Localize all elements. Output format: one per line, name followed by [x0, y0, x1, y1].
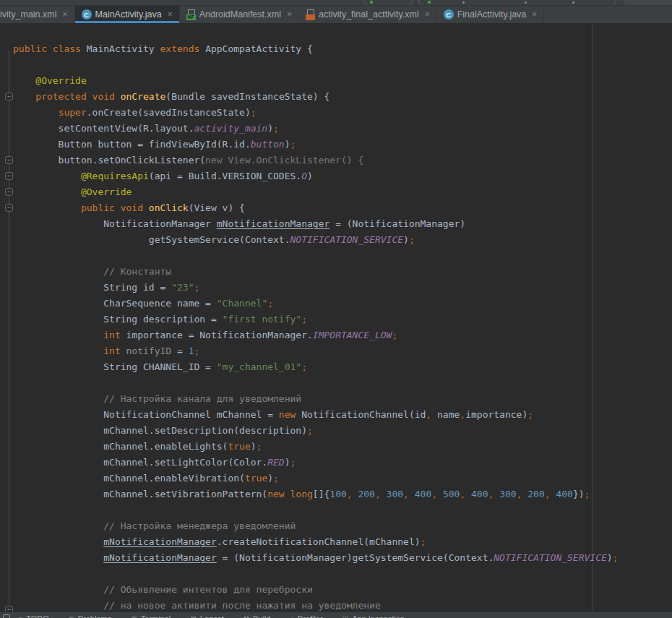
tab-bar: ivity_main.xml×CMainActivity.java×MFAndr…: [0, 6, 672, 23]
layout-badge-icon: [306, 14, 315, 20]
code-line: getSystemService(Context.NOTIFICATION_SE…: [13, 232, 619, 248]
fold-marker-icon[interactable]: −: [5, 93, 13, 100]
android-manifest-icon: MF: [186, 9, 196, 20]
editor-pane[interactable]: public class MainActivity extends AppCom…: [0, 23, 672, 611]
run-status-dot-icon: [428, 1, 431, 4]
fold-marker-icon[interactable]: −: [5, 188, 13, 196]
code-line: @Override: [13, 73, 619, 89]
problems-icon: ◉: [69, 615, 74, 618]
code-line: mNotificationManager.createNotificationC…: [13, 534, 619, 550]
code-line: String CHANNEL_ID = "my_channel_01";: [13, 359, 619, 375]
device-selector-button[interactable]: [363, 0, 413, 6]
toolbar-right-area: [624, 0, 672, 5]
editor-tab-2[interactable]: CMainActivity.java×: [75, 6, 180, 23]
code-line: // на новое активити после нажатия на ув…: [13, 598, 619, 611]
code-line: [13, 566, 619, 582]
fold-marker-icon[interactable]: −: [5, 156, 13, 164]
toolwindow-button-problems[interactable]: ◉Problems: [69, 614, 111, 618]
run-configuration-button[interactable]: [418, 0, 616, 6]
main-toolbar: [0, 0, 672, 6]
code-line: super.onCreate(savedInstanceState);: [13, 105, 619, 121]
java-class-icon: C: [82, 9, 92, 20]
editor-tab-5[interactable]: CFinalActtivity.java×: [437, 6, 545, 23]
toolbar-dot-icon: [525, 1, 527, 4]
toolbar-dot-icon: [572, 1, 574, 4]
code-line: // Константы: [13, 264, 619, 280]
code-line: String id = "23";: [13, 280, 619, 296]
code-line: [13, 248, 619, 264]
code-line: String description = "first notify";: [13, 312, 619, 327]
toolwindow-label: Logcat: [200, 614, 224, 618]
toolwindow-label: Terminal: [141, 614, 171, 618]
code-line: mNotificationManager = (NotificationMana…: [13, 550, 619, 566]
gutter-fold-line: [9, 51, 9, 611]
editor-tab-1[interactable]: ivity_main.xml×: [0, 6, 75, 23]
bottom-tool-window-bar: ≡TODO◉Problems▣Terminal▤Logcat⚒Build◔Pro…: [0, 611, 672, 618]
java-class-icon: C: [444, 9, 454, 20]
todo-icon: ≡: [19, 615, 22, 618]
code-line: // Настройка менеджера уведомлений: [13, 518, 619, 534]
code-line: // Обьявление интентов для переброски: [13, 582, 619, 598]
fold-marker-icon[interactable]: −: [5, 172, 13, 180]
code-line: Button button = findViewById(R.id.button…: [13, 137, 619, 153]
toolwindow-label: Profiler: [298, 614, 323, 618]
code-line: [13, 375, 619, 391]
run-status-dot-icon: [370, 1, 373, 4]
toolwindow-button-todo[interactable]: ≡TODO: [19, 614, 49, 618]
editor-tab-4[interactable]: activity_final_acttivity.xml×: [299, 6, 437, 23]
code-line: mChannel.setLightColor(Color.RED);: [13, 455, 619, 471]
toolwindow-button-logcat[interactable]: ▤Logcat: [190, 614, 224, 618]
code-line: int notifyID = 1;: [13, 343, 619, 359]
toolwindow-label: Build: [253, 614, 270, 618]
tab-label: activity_final_acttivity.xml: [319, 9, 419, 20]
tab-label: MainActivity.java: [95, 9, 162, 20]
code-line: mChannel.enableVibration(true);: [13, 471, 619, 486]
code-area[interactable]: public class MainActivity extends AppCom…: [13, 41, 619, 611]
layout-xml-icon: [306, 9, 315, 20]
code-line: [13, 502, 619, 518]
code-line: NotificationManager mNotificationManager…: [13, 216, 619, 232]
code-line: mChannel.setDescription(description);: [13, 423, 619, 439]
code-line: NotificationChannel mChannel = new Notif…: [13, 407, 619, 423]
code-line: setContentView(R.layout.activity_main);: [13, 121, 619, 137]
close-tab-icon[interactable]: ×: [63, 9, 68, 20]
terminal-icon: ▣: [131, 615, 137, 618]
manifest-badge-icon: MF: [186, 14, 196, 20]
tab-label: FinalActtivity.java: [457, 9, 527, 20]
code-line: @Override: [13, 184, 619, 200]
fold-marker-icon[interactable]: −: [5, 204, 13, 212]
code-line: public class MainActivity extends AppCom…: [13, 41, 619, 57]
toolwindow-button-terminal[interactable]: ▣Terminal: [131, 614, 171, 618]
code-line: button.setOnClickListener(new View.OnCli…: [13, 153, 619, 168]
code-line: protected void onCreate(Bundle savedInst…: [13, 89, 619, 105]
code-line: @RequiresApi(api = Build.VERSION_CODES.O…: [13, 168, 619, 184]
tab-label: ivity_main.xml: [0, 9, 57, 20]
code-line: CharSequence name = "Channel";: [13, 296, 619, 312]
toolbar-dot-icon: [462, 1, 465, 4]
code-line: mChannel.enableLights(true);: [13, 439, 619, 455]
fold-marker-icon[interactable]: −: [5, 606, 13, 611]
close-tab-icon[interactable]: ×: [425, 9, 430, 20]
build-icon: ⚒: [244, 615, 249, 618]
toolwindow-button-build[interactable]: ⚒Build: [244, 614, 271, 618]
logcat-icon: ▤: [190, 615, 197, 618]
toolwindow-label: TODO: [26, 614, 49, 618]
code-line: mChannel.setVibrationPattern(new long[]{…: [13, 486, 619, 502]
close-tab-icon[interactable]: ×: [287, 9, 292, 20]
close-tab-icon[interactable]: ×: [532, 9, 537, 20]
tool-window-corner-icon[interactable]: [3, 614, 10, 618]
code-line: [13, 57, 619, 73]
close-tab-icon[interactable]: ×: [168, 9, 173, 20]
code-line: public void onClick(View v) {: [13, 200, 619, 216]
editor-tab-3[interactable]: MFAndroidManifest.xml×: [180, 6, 299, 23]
bottom-bar-items: ≡TODO◉Problems▣Terminal▤Logcat⚒Build◔Pro…: [0, 612, 672, 618]
code-line: // Настройка канала для уведомлений: [13, 391, 619, 407]
tab-label: AndroidManifest.xml: [199, 9, 281, 20]
toolwindow-button-app-inspection[interactable]: ◫App Inspection: [343, 614, 405, 618]
toolwindow-label: App Inspection: [352, 614, 405, 618]
app-inspection-icon: ◫: [343, 615, 349, 618]
profiler-icon: ◔: [290, 615, 293, 618]
code-line: int importance = NotificationManager.IMP…: [13, 327, 619, 343]
toolwindow-button-profiler[interactable]: ◔Profiler: [290, 614, 322, 618]
toolwindow-label: Problems: [78, 614, 111, 618]
